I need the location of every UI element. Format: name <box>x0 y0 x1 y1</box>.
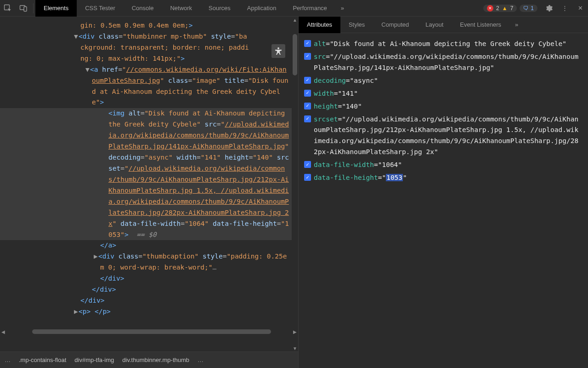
attribute-text[interactable]: width="141" <box>314 88 361 99</box>
close-icon[interactable]: ✕ <box>572 0 588 17</box>
disclosure-closed-icon[interactable]: ▶ <box>94 251 98 262</box>
attribute-row[interactable]: ✓width="141" <box>304 87 582 100</box>
attribute-text[interactable]: height="140" <box>314 101 365 112</box>
attribute-value: "141" <box>338 90 358 97</box>
attribute-checkbox[interactable]: ✓ <box>304 161 311 168</box>
attribute-name: data-file-width <box>314 161 374 168</box>
scroll-left-icon[interactable]: ◀ <box>0 328 6 335</box>
attribute-checkbox[interactable]: ✓ <box>304 103 311 109</box>
tab-elements[interactable]: Elements <box>35 0 77 17</box>
scroll-down-icon[interactable]: ▼ <box>292 345 298 351</box>
issues-count: 1 <box>531 5 534 12</box>
status-badges: ✕ 2 ▲ 7 🗨 1 <box>480 5 541 12</box>
scrollbar-thumb[interactable] <box>293 34 297 75</box>
scroll-right-icon[interactable]: ▶ <box>292 328 298 335</box>
scrollbar-thumb[interactable] <box>32 329 271 334</box>
tab-network[interactable]: Network <box>162 0 200 17</box>
tab-attributes[interactable]: Attributes <box>299 17 340 33</box>
breadcrumb: … .mp-contains-float div#mp-tfa-img div.… <box>0 351 298 368</box>
sidebar-panel: Attributes Styles Computed Layout Event … <box>299 17 588 368</box>
tabs-overflow-icon[interactable]: » <box>509 17 524 33</box>
attribute-text[interactable]: data-file-width="1064" <box>314 160 405 171</box>
tabs-overflow-icon[interactable]: » <box>335 0 350 17</box>
tab-computed[interactable]: Computed <box>373 17 417 33</box>
attribute-text[interactable]: decoding="async" <box>314 75 381 86</box>
tab-sources[interactable]: Sources <box>200 0 239 17</box>
dom-node-div-close[interactable]: </div> <box>0 295 298 306</box>
breadcrumb-item[interactable]: .mp-contains-float <box>19 356 66 363</box>
dom-fragment[interactable]: gin: 0.5em 0.9em 0.4em 0em;> <box>0 20 298 31</box>
attribute-text[interactable]: data-file-height="1053" <box>314 172 410 184</box>
tab-event-listeners[interactable]: Event Listeners <box>452 17 509 33</box>
issues-badge[interactable]: 🗨 1 <box>520 5 537 12</box>
main-tabs: Elements CSS Tester Console Network Sour… <box>35 0 350 17</box>
inspect-element-icon[interactable] <box>0 0 16 17</box>
issues-icon: 🗨 <box>523 5 529 12</box>
sidebar-tabs: Attributes Styles Computed Layout Event … <box>299 17 588 33</box>
vertical-scrollbar[interactable]: ▲ ▼ <box>292 17 298 351</box>
elements-panel: gin: 0.5em 0.9em 0.4em 0em;> ▼<div class… <box>0 17 299 368</box>
dom-node-a[interactable]: ▼<a href="//commons.wikimedia.org/wiki/F… <box>0 64 298 109</box>
attribute-value: "//upload.wikimedia.org/wikipedia/common… <box>314 53 578 71</box>
disclosure-open-icon[interactable]: ▼ <box>85 64 90 75</box>
breadcrumb-item[interactable]: div#mp-tfa-img <box>74 356 114 363</box>
tab-application[interactable]: Application <box>239 0 285 17</box>
tab-styles[interactable]: Styles <box>340 17 373 33</box>
dom-node-div-close[interactable]: </div> <box>0 284 298 295</box>
attribute-row[interactable]: ✓decoding="async" <box>304 75 582 87</box>
dom-tree[interactable]: gin: 0.5em 0.9em 0.4em 0em;> ▼<div class… <box>0 17 298 335</box>
selected-node-indicator: == $0 <box>136 231 157 238</box>
attribute-value: "Disk found at Ai-Khanoum depicting the … <box>330 40 566 47</box>
horizontal-scrollbar[interactable]: ◀ ▶ <box>0 328 298 335</box>
breadcrumb-item[interactable]: div.thumbinner.mp-thumb <box>122 356 189 363</box>
attribute-name: alt <box>314 40 326 47</box>
attribute-checkbox[interactable]: ✓ <box>304 53 311 60</box>
dom-node-div-thumbinner[interactable]: ▼<div class="thumbinner mp-thumb" style=… <box>0 31 298 64</box>
dom-node-thumbcaption[interactable]: ▶<div class="thumbcaption" style="paddin… <box>0 251 298 284</box>
attribute-name: srcset <box>314 115 338 123</box>
attribute-row[interactable]: ✓height="140" <box>304 100 582 113</box>
more-menu-icon[interactable]: ⋮ <box>557 0 572 17</box>
error-icon: ✕ <box>487 5 493 12</box>
dom-node-img-selected[interactable]: <img alt="Disk found at Ai-Khanoum depic… <box>0 108 298 240</box>
warning-icon: ▲ <box>502 5 508 12</box>
disclosure-open-icon[interactable]: ▼ <box>74 31 79 42</box>
error-count: 2 <box>496 5 499 12</box>
tab-layout[interactable]: Layout <box>417 17 452 33</box>
device-toolbar-icon[interactable] <box>16 0 31 17</box>
settings-icon[interactable] <box>541 0 557 17</box>
dom-node-p[interactable]: ▶<p> </p> <box>0 306 298 317</box>
attributes-list: ✓alt="Disk found at Ai-Khanoum depicting… <box>299 33 588 189</box>
disclosure-closed-icon[interactable]: ▶ <box>74 306 79 317</box>
accessibility-icon[interactable] <box>271 44 285 58</box>
attribute-name: decoding <box>314 77 346 84</box>
attribute-text[interactable]: alt="Disk found at Ai-Khanoum depicting … <box>314 39 569 50</box>
selected-text: 1053 <box>386 174 403 181</box>
tab-performance[interactable]: Performance <box>284 0 335 17</box>
attribute-text[interactable]: srcset="//upload.wikimedia.org/wikipedia… <box>314 114 582 158</box>
attribute-checkbox[interactable]: ✓ <box>304 115 311 122</box>
attribute-checkbox[interactable]: ✓ <box>304 174 311 181</box>
breadcrumb-overflow-right[interactable]: … <box>198 356 204 363</box>
attribute-row[interactable]: ✓data-file-height="1053" <box>304 172 582 184</box>
scroll-up-icon[interactable]: ▲ <box>292 17 298 23</box>
attribute-row[interactable]: ✓src="//upload.wikimedia.org/wikipedia/c… <box>304 51 582 75</box>
breadcrumb-overflow-left[interactable]: … <box>5 356 11 363</box>
attribute-name: width <box>314 90 334 97</box>
error-warning-badge[interactable]: ✕ 2 ▲ 7 <box>483 5 517 12</box>
attribute-row[interactable]: ✓data-file-width="1064" <box>304 159 582 172</box>
attribute-checkbox[interactable]: ✓ <box>304 77 311 84</box>
attribute-checkbox[interactable]: ✓ <box>304 90 311 97</box>
separator <box>33 3 34 13</box>
dom-node-a-close[interactable]: </a> <box>0 240 298 251</box>
attribute-row[interactable]: ✓alt="Disk found at Ai-Khanoum depicting… <box>304 38 582 51</box>
tab-console[interactable]: Console <box>124 0 162 17</box>
tab-css-tester[interactable]: CSS Tester <box>77 0 124 17</box>
attribute-row[interactable]: ✓srcset="//upload.wikimedia.org/wikipedi… <box>304 113 582 159</box>
attribute-value: "async" <box>350 77 378 84</box>
attribute-name: data-file-height <box>314 174 378 181</box>
attribute-value: "//upload.wikimedia.org/wikipedia/common… <box>314 115 578 156</box>
attribute-checkbox[interactable]: ✓ <box>304 40 311 47</box>
attribute-text[interactable]: src="//upload.wikimedia.org/wikipedia/co… <box>314 52 582 74</box>
attribute-value: "140" <box>342 103 362 110</box>
